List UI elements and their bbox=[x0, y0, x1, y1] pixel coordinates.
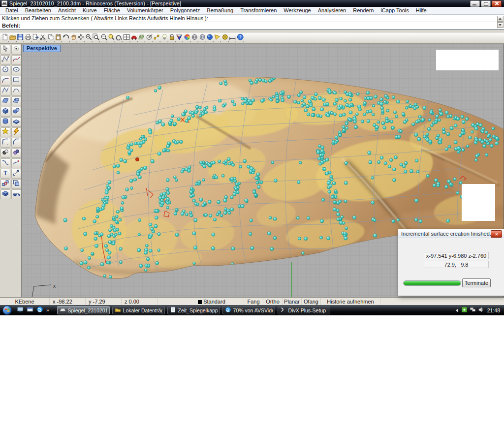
surface-plane-button[interactable] bbox=[0, 96, 10, 106]
sphere-wireframe-button[interactable] bbox=[191, 33, 198, 43]
menu-volumenk-rper[interactable]: Volumenkörper bbox=[124, 7, 167, 14]
lightbulb-button[interactable] bbox=[160, 33, 168, 43]
toggle-fang[interactable]: Fang bbox=[244, 298, 263, 305]
curve-blend-button[interactable] bbox=[11, 86, 21, 96]
network-tray-icon[interactable] bbox=[470, 306, 476, 315]
scroll-up-button[interactable] bbox=[497, 16, 504, 22]
minimize-button[interactable] bbox=[470, 0, 480, 7]
open-file-button[interactable] bbox=[9, 33, 16, 43]
solid-box-button[interactable] bbox=[0, 189, 10, 199]
zoom-dynamic-button[interactable] bbox=[100, 33, 107, 43]
title-bar[interactable]: Spiegel_23102010_2100.3dm - Rhinoceros (… bbox=[0, 0, 504, 7]
toggle-ortho[interactable]: Ortho bbox=[263, 298, 283, 305]
cplane-button[interactable] bbox=[145, 33, 153, 43]
cylinder-button[interactable] bbox=[0, 117, 10, 127]
mesh-map-button[interactable] bbox=[138, 33, 145, 43]
shaded-mode-button[interactable] bbox=[176, 33, 183, 43]
scroll-down-button[interactable] bbox=[497, 22, 504, 28]
menu-rendern[interactable]: Rendern bbox=[349, 7, 377, 14]
gear-settings-button[interactable] bbox=[221, 33, 228, 43]
gumball-points-button[interactable] bbox=[153, 33, 160, 43]
explode-button[interactable] bbox=[0, 127, 10, 137]
menu-ansicht[interactable]: Ansicht bbox=[55, 7, 79, 14]
cplane-button[interactable]: KEbene bbox=[0, 298, 50, 305]
toggle-planar[interactable]: Planar bbox=[283, 298, 302, 305]
terminate-button[interactable]: Terminate bbox=[462, 278, 491, 287]
taskbar-button-notepad[interactable]: Zeit_Spiegelkappe.tx... bbox=[167, 306, 220, 314]
select-button[interactable] bbox=[0, 45, 10, 55]
toggle-ofang[interactable]: Ofang bbox=[302, 298, 321, 305]
undo-button[interactable] bbox=[62, 33, 69, 43]
menu-bearbeiten[interactable]: Bearbeiten bbox=[22, 7, 55, 14]
menu-bema-ung[interactable]: Bemaßung bbox=[203, 7, 237, 14]
toolbar-overflow-chevron[interactable]: » bbox=[46, 307, 49, 313]
print-button[interactable] bbox=[24, 33, 32, 43]
undo-view-button[interactable] bbox=[115, 33, 123, 43]
help-button[interactable]: ? bbox=[236, 33, 244, 43]
sphere-rendered-button[interactable] bbox=[206, 33, 214, 43]
sphere-pair-button[interactable] bbox=[11, 107, 21, 117]
taskbar-button-divx[interactable]: DivX Plus-Setup bbox=[278, 306, 330, 314]
fillet-edge-button[interactable] bbox=[0, 138, 10, 148]
menu-hilfe[interactable]: Hilfe bbox=[412, 7, 430, 14]
ellipse-button[interactable] bbox=[11, 65, 21, 75]
menu-kurve[interactable]: Kurve bbox=[79, 7, 100, 14]
command-scrollbar[interactable] bbox=[496, 15, 504, 30]
point-button[interactable] bbox=[11, 45, 21, 55]
viewport-layout-button[interactable] bbox=[123, 33, 130, 43]
copy-transform-button[interactable] bbox=[11, 179, 21, 189]
explorer-quicklaunch-button[interactable] bbox=[26, 306, 34, 314]
control-points-button[interactable] bbox=[0, 55, 10, 65]
pan-view-button[interactable] bbox=[70, 33, 77, 43]
new-file-button[interactable] bbox=[1, 33, 9, 43]
polyline-button[interactable] bbox=[0, 86, 10, 96]
move-points-button[interactable] bbox=[11, 169, 21, 179]
layer-button[interactable]: Standard bbox=[180, 298, 244, 305]
internet-explorer-quicklaunch-button[interactable] bbox=[36, 306, 44, 314]
sphere-ghosted-button[interactable] bbox=[198, 33, 206, 43]
solid-slab-button[interactable] bbox=[11, 117, 21, 127]
volume-tray-icon[interactable] bbox=[478, 306, 484, 315]
cut-button[interactable] bbox=[39, 33, 47, 43]
menu-transformieren[interactable]: Transformieren bbox=[237, 7, 280, 14]
arc-button[interactable] bbox=[0, 76, 10, 86]
cone-tool-button[interactable] bbox=[214, 33, 221, 43]
dialog-title-bar[interactable]: Incremental surface creation finished. bbox=[398, 229, 504, 238]
paste-button[interactable] bbox=[55, 33, 62, 43]
zoom-window-button[interactable] bbox=[93, 33, 100, 43]
taskbar-button-rhino[interactable]: Spiegel_23102010_2... bbox=[57, 306, 110, 314]
restore-button[interactable] bbox=[481, 0, 491, 7]
dialog-close-button[interactable] bbox=[491, 230, 502, 238]
curve-fillet-button[interactable] bbox=[0, 158, 10, 168]
icapp-car-button[interactable] bbox=[130, 33, 138, 43]
color-wheel-button[interactable] bbox=[183, 33, 190, 43]
array-linear-button[interactable] bbox=[11, 189, 21, 199]
menu-fl-che[interactable]: Fläche bbox=[100, 7, 124, 14]
boolean-union-button[interactable] bbox=[0, 148, 10, 158]
start-button[interactable] bbox=[2, 306, 12, 315]
tray-expand-icon[interactable] bbox=[456, 308, 458, 312]
taskbar-button-internet-explorer[interactable]: 70% von AVSVideoC... bbox=[222, 306, 275, 314]
menu-icapp-tools[interactable]: iCapp Tools bbox=[377, 7, 412, 14]
taskbar-button-folder[interactable]: Lokaler Datenträger ... bbox=[112, 306, 165, 314]
menu-analysieren[interactable]: Analysieren bbox=[315, 7, 349, 14]
text-button[interactable]: T bbox=[0, 169, 10, 179]
zoom-selected-button[interactable] bbox=[107, 33, 115, 43]
menu-werkzeuge[interactable]: Werkzeuge bbox=[280, 7, 314, 14]
blocks-button[interactable] bbox=[0, 179, 10, 189]
menu-polygonnetz[interactable]: Polygonnetz bbox=[167, 7, 204, 14]
curve-through-points-button[interactable] bbox=[11, 55, 21, 65]
save-file-button[interactable] bbox=[17, 33, 24, 43]
record-history-button[interactable]: Historie aufnehmen bbox=[321, 298, 380, 305]
menu-datei[interactable]: Datei bbox=[2, 7, 22, 14]
dimension-button[interactable] bbox=[229, 33, 236, 43]
copy-button[interactable] bbox=[47, 33, 54, 43]
avs-green-tray-icon[interactable] bbox=[461, 306, 468, 315]
export-page-button[interactable] bbox=[32, 33, 39, 43]
box-button[interactable] bbox=[0, 107, 10, 117]
taskbar-clock[interactable]: 21:48 bbox=[487, 307, 500, 313]
curve-extend-button[interactable] bbox=[11, 158, 21, 168]
lock-button[interactable] bbox=[168, 33, 176, 43]
chamfer-edge-button[interactable] bbox=[11, 138, 21, 148]
command-input-line[interactable]: Befehl: bbox=[0, 22, 504, 29]
